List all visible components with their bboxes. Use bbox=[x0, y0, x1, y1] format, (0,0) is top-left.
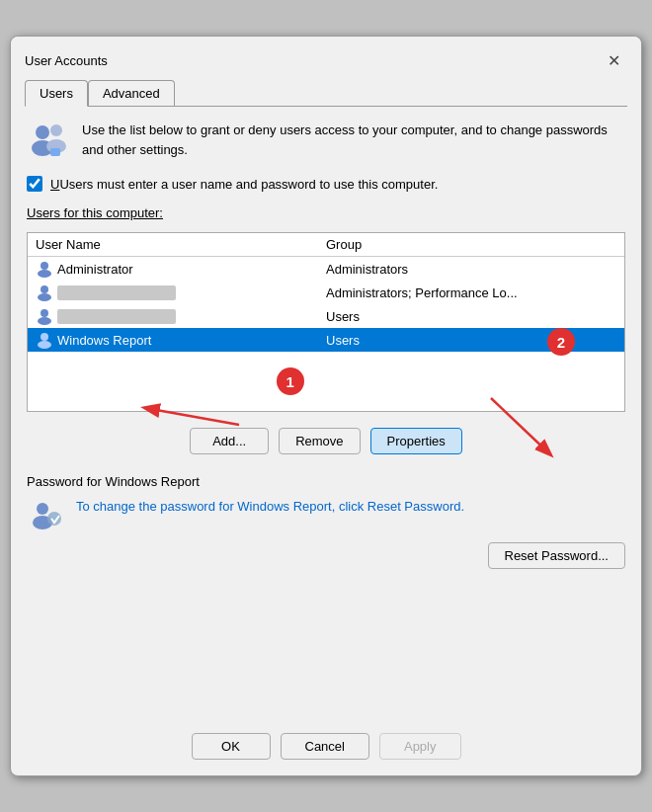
properties-button[interactable]: Properties bbox=[370, 428, 462, 454]
table-empty-space bbox=[28, 352, 624, 411]
user-row-icon bbox=[36, 260, 53, 278]
row-group: Administrators bbox=[326, 262, 616, 277]
ok-button[interactable]: OK bbox=[192, 733, 271, 760]
info-text: Use the list below to grant or deny user… bbox=[82, 121, 623, 159]
svg-point-0 bbox=[36, 125, 49, 139]
password-icon bbox=[27, 497, 64, 534]
svg-point-8 bbox=[38, 293, 51, 301]
table-header: User Name Group bbox=[28, 233, 624, 257]
row-group: Users bbox=[326, 309, 616, 324]
svg-point-10 bbox=[38, 317, 51, 325]
user-row-icon bbox=[36, 331, 53, 349]
main-content: Use the list below to grant or deny user… bbox=[11, 107, 641, 723]
info-row: Use the list below to grant or deny user… bbox=[27, 121, 625, 162]
users-table-wrapper: User Name Group Administrator Administra… bbox=[27, 232, 625, 412]
users-table: User Name Group Administrator Administra… bbox=[27, 232, 625, 412]
users-icon bbox=[29, 121, 70, 162]
row-username: Administrator bbox=[57, 262, 133, 277]
svg-point-5 bbox=[41, 262, 48, 270]
checkbox-row: UUsers must enter a user name and passwo… bbox=[27, 174, 625, 194]
table-row[interactable]: Administrators; Performance Lo... bbox=[28, 281, 624, 304]
apply-button[interactable]: Apply bbox=[379, 733, 461, 760]
user-row-icon bbox=[36, 284, 53, 301]
row-username-blurred bbox=[57, 309, 176, 324]
close-button[interactable]: ✕ bbox=[600, 46, 627, 74]
svg-point-6 bbox=[38, 270, 51, 278]
svg-point-7 bbox=[41, 285, 48, 293]
reset-password-button[interactable]: Reset Password... bbox=[488, 542, 626, 569]
table-row[interactable]: Users bbox=[28, 304, 624, 328]
tabs-container: Users Advanced bbox=[11, 74, 641, 106]
users-must-enter-checkbox[interactable] bbox=[27, 176, 42, 192]
row-username-windows-report: Windows Report bbox=[57, 333, 151, 348]
col-username-header: User Name bbox=[36, 237, 326, 252]
users-section-label: Users for this computer: bbox=[27, 205, 625, 220]
cancel-button[interactable]: Cancel bbox=[281, 733, 369, 760]
row-username-blurred bbox=[57, 285, 176, 300]
password-section-label: Password for Windows Report bbox=[27, 474, 625, 489]
svg-point-12 bbox=[38, 341, 51, 349]
svg-point-9 bbox=[41, 309, 48, 317]
annotation-2: 2 bbox=[547, 328, 575, 356]
table-action-buttons: Add... Remove Properties bbox=[27, 428, 625, 454]
svg-point-15 bbox=[37, 503, 48, 515]
row-group: Administrators; Performance Lo... bbox=[326, 285, 616, 300]
svg-point-11 bbox=[41, 333, 48, 341]
tab-advanced[interactable]: Advanced bbox=[88, 80, 175, 106]
user-accounts-dialog: User Accounts ✕ Users Advanced Use the l bbox=[10, 36, 642, 776]
table-row[interactable]: Administrator Administrators bbox=[28, 257, 624, 281]
title-bar: User Accounts ✕ bbox=[11, 37, 641, 74]
annotation-1: 1 bbox=[277, 367, 304, 395]
password-section: Password for Windows Report To change th… bbox=[27, 466, 625, 577]
dialog-title: User Accounts bbox=[25, 53, 108, 68]
add-button[interactable]: Add... bbox=[190, 428, 269, 454]
remove-button[interactable]: Remove bbox=[279, 428, 360, 454]
col-group-header: Group bbox=[326, 237, 616, 252]
svg-rect-4 bbox=[50, 148, 60, 156]
password-text: To change the password for Windows Repor… bbox=[76, 497, 464, 517]
checkbox-label[interactable]: UUsers must enter a user name and passwo… bbox=[50, 177, 438, 192]
svg-point-2 bbox=[50, 124, 62, 136]
user-row-icon bbox=[36, 307, 53, 325]
tab-users[interactable]: Users bbox=[25, 80, 88, 107]
bottom-buttons: OK Cancel Apply bbox=[11, 723, 641, 775]
table-row-selected[interactable]: Windows Report Users 1 2 bbox=[28, 328, 624, 352]
password-info-row: To change the password for Windows Repor… bbox=[27, 497, 625, 534]
password-btn-row: Reset Password... bbox=[27, 542, 625, 569]
